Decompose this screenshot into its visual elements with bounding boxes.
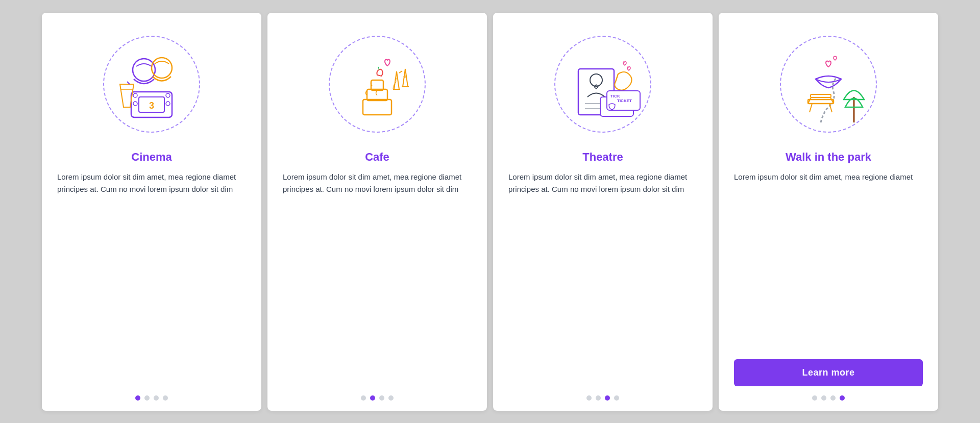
dot-4 [840,395,845,401]
card-cafe: Cafe Lorem ipsum dolor sit dim amet, mea… [267,13,487,411]
park-svg [777,33,879,135]
dot-3 [605,395,610,401]
svg-text:TICK: TICK [610,94,620,98]
svg-line-26 [827,110,828,115]
cinema-title: Cinema [131,151,172,164]
learn-more-button[interactable]: Learn more [734,359,923,386]
dot-4 [388,395,394,401]
cafe-dots [361,395,394,401]
dot-1 [586,395,592,401]
svg-point-5 [133,93,137,97]
theatre-svg: TICK TICKET [552,33,654,135]
dot-3 [154,395,159,401]
dot-1 [135,395,140,401]
svg-text:TICKET: TICKET [617,98,632,103]
card-cinema: 3 Cinema Lorem ipsum dolor sit dim amet,… [42,13,261,411]
svg-point-7 [166,93,170,97]
dot-2 [821,395,826,401]
theatre-body: Lorem ipsum dolor sit dim amet, mea regi… [508,171,697,386]
svg-rect-12 [367,89,387,101]
svg-rect-29 [811,94,831,97]
svg-rect-11 [363,99,391,115]
park-body: Lorem ipsum dolor sit dim amet, mea regi… [734,171,923,351]
svg-line-14 [378,67,379,70]
dot-1 [361,395,366,401]
cinema-body: Lorem ipsum dolor sit dim amet, mea regi… [57,171,246,386]
theatre-dots [586,395,619,401]
dot-1 [812,395,817,401]
card-walk-in-the-park: Walk in the park Lorem ipsum dolor sit d… [719,13,938,411]
svg-point-8 [166,102,170,106]
theatre-title: Theatre [582,151,623,164]
dot-2 [144,395,150,401]
cafe-body: Lorem ipsum dolor sit dim amet, mea regi… [283,171,472,386]
dot-4 [614,395,619,401]
dot-2 [370,395,375,401]
svg-rect-28 [808,99,834,104]
svg-line-17 [399,71,402,73]
cinema-illustration: 3 [95,28,208,140]
dot-3 [379,395,384,401]
cafe-svg [326,33,428,135]
svg-point-6 [133,102,137,106]
park-illustration [772,28,885,140]
theatre-illustration: TICK TICKET [547,28,659,140]
dot-4 [163,395,168,401]
park-title: Walk in the park [786,151,871,164]
svg-text:3: 3 [149,101,154,111]
cafe-illustration [321,28,433,140]
dot-3 [830,395,836,401]
cafe-title: Cafe [365,151,389,164]
park-dots [812,395,845,401]
dot-2 [596,395,601,401]
svg-line-30 [810,104,812,112]
card-theatre: TICK TICKET Theatre Lorem ipsum dolor si… [493,13,713,411]
cards-container: 3 Cinema Lorem ipsum dolor sit dim amet,… [15,13,965,411]
cinema-svg: 3 [101,33,203,135]
cinema-dots [135,395,168,401]
